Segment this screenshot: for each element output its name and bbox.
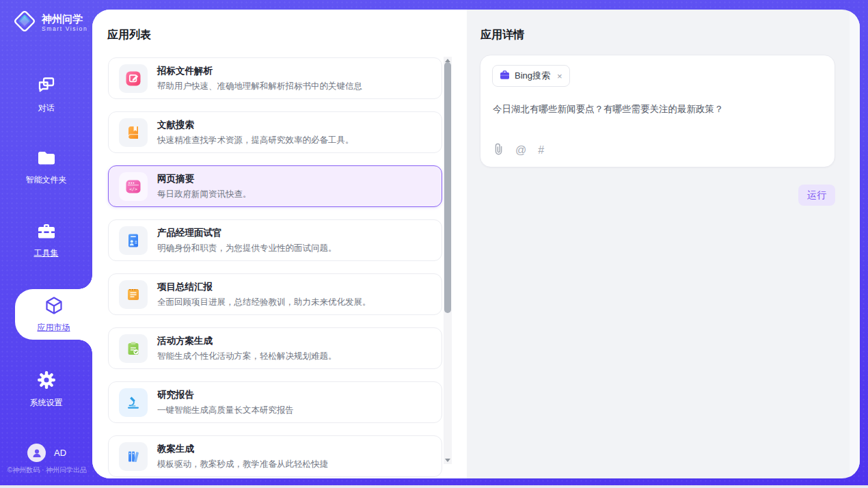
browser-code-icon: </> [119,172,148,201]
mention-icon[interactable]: @ [515,145,526,156]
sidebar-item-label: 对话 [38,103,55,114]
app-list-title: 应用列表 [107,28,151,42]
window-bottom-edge [0,485,868,488]
prompt-text: 今日湖北有哪些新闻要点？有哪些需要关注的最新政策？ [493,103,724,116]
edit-doc-icon [119,64,148,93]
sidebar: 神州问学 Smart Vision 对话 智能文件夹 [0,0,92,488]
brand-diamond-icon [12,8,38,37]
app-card-event-plan[interactable]: 活动方案生成 智能生成个性化活动方案，轻松解决规划难题。 [108,327,442,369]
book-icon [119,118,148,147]
sidebar-item-chat[interactable]: 对话 [0,75,92,114]
app-card-title: 项目总结汇报 [157,281,371,293]
toolbox-icon [36,222,57,243]
app-card-title: 产品经理面试官 [157,227,337,239]
app-card-title: 网页摘要 [157,173,252,185]
app-card-project-summary[interactable]: 项目总结汇报 全面回顾项目进展，总结经验教训，助力未来优化发展。 [108,273,442,315]
app-card-desc: 智能生成个性化活动方案，轻松解决规划难题。 [157,351,337,362]
app-card-title: 活动方案生成 [157,335,337,347]
paperclip-icon[interactable] [493,143,504,158]
user-account[interactable]: AD [27,444,66,462]
run-button[interactable]: 运行 [798,185,835,206]
sidebar-item-toolbox[interactable]: 工具集 [0,222,92,259]
app-card-desc: 帮助用户快速、准确地理解和解析招标书中的关键信息 [157,81,362,92]
app-card-lesson-plan[interactable]: 教案生成 模板驱动，教案秒成，教学准备从此轻松快捷 [108,435,442,477]
app-card-title: 招标文件解析 [157,65,362,77]
app-card-title: 研究报告 [157,389,294,401]
scroll-down-arrow-icon[interactable] [445,459,450,462]
tool-tag-label: Bing搜索 [515,70,550,82]
sidebar-item-smart-folder[interactable]: 智能文件夹 [0,149,92,186]
brand-logo: 神州问学 Smart Vision [12,8,87,37]
app-card-desc: 全面回顾项目进展，总结经验教训，助力未来优化发展。 [157,297,371,308]
app-card-title: 教案生成 [157,443,328,455]
app-card-pm-interviewer[interactable]: 产品经理面试官 明确身份和职责，为您提供专业性的面试问题。 [108,219,442,261]
svg-text:</>: </> [129,186,137,191]
close-icon[interactable]: × [557,71,562,81]
sidebar-item-label: 系统设置 [30,397,63,409]
briefcase-icon [500,70,510,82]
app-card-web-summary[interactable]: </> 网页摘要 每日政府新闻资讯快查。 [108,165,442,207]
microscope-icon [119,388,148,417]
app-detail-title: 应用详情 [480,28,524,42]
clipboard-check-icon [119,334,148,363]
sidebar-item-label: 智能文件夹 [26,174,67,186]
avatar [27,444,46,462]
main-window: 应用列表 招标文件解析 帮助用户快速、准确地理解和解析招标书中的关键信息 [92,10,860,478]
gear-icon [36,370,57,392]
folder-icon [36,149,57,170]
copyright-footer: ©神州数码 · 神州问学出品 [4,465,90,475]
app-card-desc: 每日政府新闻资讯快查。 [157,189,252,200]
chat-icon [36,75,57,98]
app-card-research-report[interactable]: 研究报告 一键智能生成高质量长文本研究报告 [108,381,442,423]
sidebar-item-label: 工具集 [34,247,59,259]
sidebar-item-settings[interactable]: 系统设置 [0,370,92,409]
brand-subtitle: Smart Vision [42,25,87,32]
tool-tag-bing-search[interactable]: Bing搜索 × [492,65,570,87]
app-card-desc: 明确身份和职责，为您提供专业性的面试问题。 [157,243,337,254]
app-card-title: 文献搜索 [157,119,354,131]
brand-name: 神州问学 [42,13,87,25]
scrollbar-thumb[interactable] [444,62,451,313]
app-list-panel: 应用列表 招标文件解析 帮助用户快速、准确地理解和解析招标书中的关键信息 [92,10,467,478]
sidebar-item-label: 应用市场 [38,322,70,334]
app-card-literature-search[interactable]: 文献搜索 快速精准查找学术资源，提高研究效率的必备工具。 [108,111,442,153]
composer-toolbar: @ # [493,143,544,158]
panel-scroll-gutter [850,10,860,478]
app-list: 招标文件解析 帮助用户快速、准确地理解和解析招标书中的关键信息 文献搜索 快速精… [108,57,442,477]
cube-icon [44,295,64,318]
prompt-input-card[interactable]: Bing搜索 × 今日湖北有哪些新闻要点？有哪些需要关注的最新政策？ @ # [480,55,835,167]
notepad-icon [119,280,148,309]
app-card-desc: 一键智能生成高质量长文本研究报告 [157,405,294,416]
app-card-bid-analysis[interactable]: 招标文件解析 帮助用户快速、准确地理解和解析招标书中的关键信息 [108,57,442,99]
app-detail-panel: 应用详情 Bing搜索 × 今日湖北有哪些新闻要点？有哪些需要关注的最新政策？ [467,10,850,478]
app-card-desc: 快速精准查找学术资源，提高研究效率的必备工具。 [157,135,354,146]
user-initials: AD [54,448,66,458]
app-card-desc: 模板驱动，教案秒成，教学准备从此轻松快捷 [157,459,328,470]
topic-icon[interactable]: # [538,145,544,156]
sidebar-item-app-market[interactable]: 应用市场 [15,289,92,340]
books-icon [119,442,148,471]
resume-person-icon [119,226,148,255]
list-scrollbar[interactable] [444,57,452,464]
